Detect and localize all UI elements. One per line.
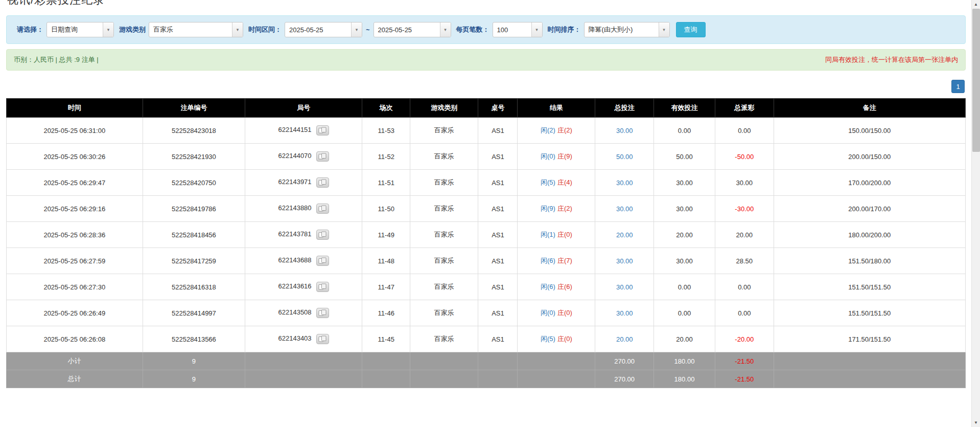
result-player: 闲(6) bbox=[541, 283, 555, 290]
round-number: 622143880 bbox=[278, 204, 312, 212]
scrollbar-up-arrow-icon[interactable]: ▲ bbox=[972, 0, 980, 9]
chevron-down-icon[interactable]: ▾ bbox=[351, 23, 362, 37]
cell-payout: -30.00 bbox=[715, 196, 774, 222]
round-number: 622144070 bbox=[278, 152, 312, 160]
cell-table: AS1 bbox=[478, 274, 518, 300]
subtotal-empty-cell bbox=[245, 352, 362, 370]
cell-round: 622144151 bbox=[245, 118, 362, 144]
page-title-text: 视讯/彩票投注纪录 bbox=[7, 0, 966, 7]
video-replay-icon[interactable] bbox=[316, 282, 329, 292]
cell-round: 622143781 bbox=[245, 222, 362, 248]
video-replay-icon[interactable] bbox=[316, 230, 329, 240]
cell-payout: 0.00 bbox=[715, 118, 774, 144]
cell-valid-bet: 20.00 bbox=[654, 222, 715, 248]
game-type-select[interactable]: 百家乐 ▾ bbox=[149, 22, 243, 37]
cell-bet-id: 522528416318 bbox=[143, 274, 245, 300]
per-page-select[interactable]: 100 ▾ bbox=[493, 22, 543, 37]
cell-round: 622144070 bbox=[245, 144, 362, 170]
cell-total-bet-link[interactable]: 30.00 bbox=[595, 300, 654, 326]
cell-table: AS1 bbox=[478, 326, 518, 352]
sort-select[interactable]: 降冪(由大到小) ▾ bbox=[584, 22, 670, 37]
video-replay-icon[interactable] bbox=[316, 256, 329, 266]
cell-total-bet-link[interactable]: 20.00 bbox=[595, 326, 654, 352]
date-from-input[interactable]: 2025-05-25 ▾ bbox=[285, 22, 362, 37]
column-header-table: 桌号 bbox=[478, 99, 518, 118]
total-empty-cell bbox=[518, 370, 595, 388]
sort-value: 降冪(由大到小) bbox=[585, 25, 659, 34]
scrollbar-thumb[interactable] bbox=[972, 9, 980, 152]
page-1-button[interactable]: 1 bbox=[951, 80, 965, 93]
subtotal-row: 小计 9 270.00 180.00 -21.50 bbox=[7, 352, 966, 370]
video-replay-icon[interactable] bbox=[316, 177, 329, 188]
cell-session: 11-49 bbox=[362, 222, 410, 248]
cell-total-bet-link[interactable]: 30.00 bbox=[595, 118, 654, 144]
cell-total-bet-link[interactable]: 30.00 bbox=[595, 196, 654, 222]
query-type-select[interactable]: 日期查询 ▾ bbox=[46, 22, 114, 37]
cell-total-bet-link[interactable]: 30.00 bbox=[595, 274, 654, 300]
total-valid-bet: 180.00 bbox=[654, 370, 715, 388]
cell-time: 2025-05-25 06:31:00 bbox=[7, 118, 143, 144]
video-replay-icon[interactable] bbox=[316, 334, 329, 344]
subtotal-empty-cell bbox=[362, 352, 410, 370]
cell-result: 闲(0)庄(0) bbox=[518, 300, 595, 326]
result-banker: 庄(7) bbox=[557, 257, 572, 264]
cell-bet-id: 522528421930 bbox=[143, 144, 245, 170]
column-header-game-type: 游戏类别 bbox=[410, 99, 478, 118]
cell-result: 闲(6)庄(6) bbox=[518, 274, 595, 300]
scrollbar[interactable]: ▲ ▼ bbox=[971, 0, 980, 427]
cell-valid-bet: 20.00 bbox=[654, 326, 715, 352]
cell-round: 622143403 bbox=[245, 326, 362, 352]
date-to-input[interactable]: 2025-05-25 ▾ bbox=[374, 22, 451, 37]
result-banker: 庄(0) bbox=[557, 335, 572, 343]
cell-note: 151.50/151.50 bbox=[774, 274, 965, 300]
column-header-result: 结果 bbox=[518, 99, 595, 118]
cell-note: 150.00/150.00 bbox=[774, 118, 965, 144]
subtotal-valid-bet: 180.00 bbox=[654, 352, 715, 370]
filter-bar: 请选择： 日期查询 ▾ 游戏类别 百家乐 ▾ 时间区间： 2025-05-25 … bbox=[6, 15, 966, 44]
round-number: 622144151 bbox=[278, 126, 312, 133]
result-player: 闲(6) bbox=[541, 257, 555, 264]
column-header-session: 场次 bbox=[362, 99, 410, 118]
chevron-down-icon[interactable]: ▾ bbox=[531, 23, 542, 37]
currency-summary-text: 币别：人民币 | 总共 :9 注单 | bbox=[14, 55, 99, 64]
cell-valid-bet: 30.00 bbox=[654, 170, 715, 196]
search-button[interactable]: 查询 bbox=[676, 22, 706, 37]
cell-total-bet-link[interactable]: 20.00 bbox=[595, 222, 654, 248]
chevron-down-icon[interactable]: ▾ bbox=[103, 23, 113, 37]
cell-session: 11-46 bbox=[362, 300, 410, 326]
subtotal-total-bet: 270.00 bbox=[595, 352, 654, 370]
cell-payout: 0.00 bbox=[715, 274, 774, 300]
cell-total-bet-link[interactable]: 30.00 bbox=[595, 170, 654, 196]
cell-result: 闲(0)庄(9) bbox=[518, 144, 595, 170]
scrollbar-down-arrow-icon[interactable]: ▼ bbox=[972, 418, 980, 427]
total-payout: -21.50 bbox=[715, 370, 774, 388]
bet-records-table: 时间 注单编号 局号 场次 游戏类别 桌号 结果 总投注 有效投注 总派彩 备注… bbox=[6, 98, 966, 388]
cell-note: 171.50/151.50 bbox=[774, 326, 965, 352]
result-player: 闲(9) bbox=[541, 205, 555, 212]
cell-total-bet-link[interactable]: 50.00 bbox=[595, 144, 654, 170]
cell-result: 闲(1)庄(0) bbox=[518, 222, 595, 248]
table-row: 2025-05-25 06:29:16 522528419786 6221438… bbox=[7, 196, 966, 222]
video-replay-icon[interactable] bbox=[316, 125, 329, 136]
cell-note: 151.50/151.50 bbox=[774, 300, 965, 326]
chevron-down-icon[interactable]: ▾ bbox=[232, 23, 243, 37]
subtotal-count: 9 bbox=[143, 352, 245, 370]
cell-game-type: 百家乐 bbox=[410, 196, 478, 222]
chevron-down-icon[interactable]: ▾ bbox=[440, 23, 451, 37]
column-header-valid-bet: 有效投注 bbox=[654, 99, 715, 118]
cell-session: 11-47 bbox=[362, 274, 410, 300]
video-replay-icon[interactable] bbox=[316, 151, 329, 162]
cell-payout: 0.00 bbox=[715, 300, 774, 326]
cell-bet-id: 522528417259 bbox=[143, 248, 245, 274]
cell-session: 11-52 bbox=[362, 144, 410, 170]
round-number: 622143971 bbox=[278, 178, 312, 186]
chevron-down-icon[interactable]: ▾ bbox=[659, 23, 669, 37]
cell-result: 闲(5)庄(4) bbox=[518, 170, 595, 196]
cell-round: 622143508 bbox=[245, 300, 362, 326]
video-replay-icon[interactable] bbox=[316, 204, 329, 214]
cell-bet-id: 522528413566 bbox=[143, 326, 245, 352]
query-type-value: 日期查询 bbox=[47, 25, 103, 34]
table-row: 2025-05-25 06:31:00 522528423018 6221441… bbox=[7, 118, 966, 144]
video-replay-icon[interactable] bbox=[316, 308, 329, 318]
cell-total-bet-link[interactable]: 30.00 bbox=[595, 248, 654, 274]
